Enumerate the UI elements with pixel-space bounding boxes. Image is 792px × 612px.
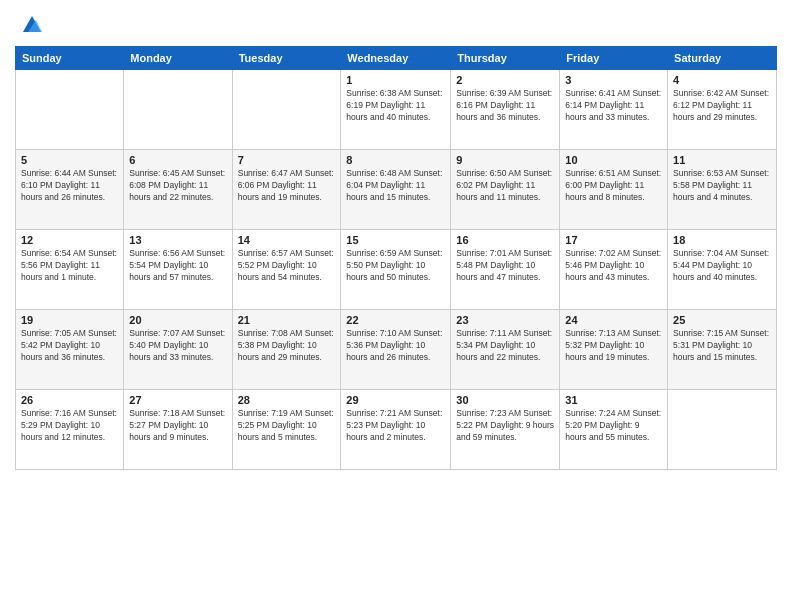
day-cell (232, 70, 341, 150)
col-header-monday: Monday (124, 47, 232, 70)
day-cell: 26Sunrise: 7:16 AM Sunset: 5:29 PM Dayli… (16, 390, 124, 470)
day-info: Sunrise: 6:54 AM Sunset: 5:56 PM Dayligh… (21, 248, 118, 284)
calendar: SundayMondayTuesdayWednesdayThursdayFrid… (15, 46, 777, 470)
day-info: Sunrise: 7:19 AM Sunset: 5:25 PM Dayligh… (238, 408, 336, 444)
day-cell: 8Sunrise: 6:48 AM Sunset: 6:04 PM Daylig… (341, 150, 451, 230)
day-cell: 1Sunrise: 6:38 AM Sunset: 6:19 PM Daylig… (341, 70, 451, 150)
day-cell: 14Sunrise: 6:57 AM Sunset: 5:52 PM Dayli… (232, 230, 341, 310)
day-info: Sunrise: 7:08 AM Sunset: 5:38 PM Dayligh… (238, 328, 336, 364)
day-info: Sunrise: 6:53 AM Sunset: 5:58 PM Dayligh… (673, 168, 771, 204)
day-cell: 17Sunrise: 7:02 AM Sunset: 5:46 PM Dayli… (560, 230, 668, 310)
day-cell: 4Sunrise: 6:42 AM Sunset: 6:12 PM Daylig… (668, 70, 777, 150)
header (15, 10, 777, 38)
logo-icon (18, 10, 46, 38)
day-number: 14 (238, 234, 336, 246)
day-number: 28 (238, 394, 336, 406)
day-info: Sunrise: 7:01 AM Sunset: 5:48 PM Dayligh… (456, 248, 554, 284)
col-header-saturday: Saturday (668, 47, 777, 70)
day-number: 9 (456, 154, 554, 166)
logo (15, 10, 46, 38)
day-number: 13 (129, 234, 226, 246)
day-number: 19 (21, 314, 118, 326)
day-number: 30 (456, 394, 554, 406)
day-cell: 29Sunrise: 7:21 AM Sunset: 5:23 PM Dayli… (341, 390, 451, 470)
day-cell: 7Sunrise: 6:47 AM Sunset: 6:06 PM Daylig… (232, 150, 341, 230)
col-header-sunday: Sunday (16, 47, 124, 70)
header-row: SundayMondayTuesdayWednesdayThursdayFrid… (16, 47, 777, 70)
week-row-0: 1Sunrise: 6:38 AM Sunset: 6:19 PM Daylig… (16, 70, 777, 150)
day-cell: 12Sunrise: 6:54 AM Sunset: 5:56 PM Dayli… (16, 230, 124, 310)
day-info: Sunrise: 6:42 AM Sunset: 6:12 PM Dayligh… (673, 88, 771, 124)
day-info: Sunrise: 7:13 AM Sunset: 5:32 PM Dayligh… (565, 328, 662, 364)
day-info: Sunrise: 7:04 AM Sunset: 5:44 PM Dayligh… (673, 248, 771, 284)
day-number: 3 (565, 74, 662, 86)
day-info: Sunrise: 7:02 AM Sunset: 5:46 PM Dayligh… (565, 248, 662, 284)
day-number: 24 (565, 314, 662, 326)
day-info: Sunrise: 7:16 AM Sunset: 5:29 PM Dayligh… (21, 408, 118, 444)
day-cell: 23Sunrise: 7:11 AM Sunset: 5:34 PM Dayli… (451, 310, 560, 390)
day-cell: 10Sunrise: 6:51 AM Sunset: 6:00 PM Dayli… (560, 150, 668, 230)
day-number: 15 (346, 234, 445, 246)
day-number: 20 (129, 314, 226, 326)
day-cell: 9Sunrise: 6:50 AM Sunset: 6:02 PM Daylig… (451, 150, 560, 230)
day-info: Sunrise: 6:38 AM Sunset: 6:19 PM Dayligh… (346, 88, 445, 124)
day-number: 27 (129, 394, 226, 406)
day-cell: 22Sunrise: 7:10 AM Sunset: 5:36 PM Dayli… (341, 310, 451, 390)
week-row-1: 5Sunrise: 6:44 AM Sunset: 6:10 PM Daylig… (16, 150, 777, 230)
day-info: Sunrise: 6:39 AM Sunset: 6:16 PM Dayligh… (456, 88, 554, 124)
day-number: 6 (129, 154, 226, 166)
day-number: 7 (238, 154, 336, 166)
day-number: 29 (346, 394, 445, 406)
day-cell: 20Sunrise: 7:07 AM Sunset: 5:40 PM Dayli… (124, 310, 232, 390)
day-number: 18 (673, 234, 771, 246)
day-cell: 30Sunrise: 7:23 AM Sunset: 5:22 PM Dayli… (451, 390, 560, 470)
day-info: Sunrise: 6:45 AM Sunset: 6:08 PM Dayligh… (129, 168, 226, 204)
day-cell: 18Sunrise: 7:04 AM Sunset: 5:44 PM Dayli… (668, 230, 777, 310)
day-cell: 15Sunrise: 6:59 AM Sunset: 5:50 PM Dayli… (341, 230, 451, 310)
col-header-thursday: Thursday (451, 47, 560, 70)
day-info: Sunrise: 6:57 AM Sunset: 5:52 PM Dayligh… (238, 248, 336, 284)
day-info: Sunrise: 6:56 AM Sunset: 5:54 PM Dayligh… (129, 248, 226, 284)
day-number: 10 (565, 154, 662, 166)
col-header-wednesday: Wednesday (341, 47, 451, 70)
day-cell: 25Sunrise: 7:15 AM Sunset: 5:31 PM Dayli… (668, 310, 777, 390)
day-number: 12 (21, 234, 118, 246)
day-cell: 6Sunrise: 6:45 AM Sunset: 6:08 PM Daylig… (124, 150, 232, 230)
day-number: 22 (346, 314, 445, 326)
week-row-2: 12Sunrise: 6:54 AM Sunset: 5:56 PM Dayli… (16, 230, 777, 310)
day-number: 25 (673, 314, 771, 326)
day-info: Sunrise: 6:51 AM Sunset: 6:00 PM Dayligh… (565, 168, 662, 204)
day-cell: 2Sunrise: 6:39 AM Sunset: 6:16 PM Daylig… (451, 70, 560, 150)
day-cell: 24Sunrise: 7:13 AM Sunset: 5:32 PM Dayli… (560, 310, 668, 390)
day-cell: 13Sunrise: 6:56 AM Sunset: 5:54 PM Dayli… (124, 230, 232, 310)
day-number: 11 (673, 154, 771, 166)
day-cell: 27Sunrise: 7:18 AM Sunset: 5:27 PM Dayli… (124, 390, 232, 470)
day-info: Sunrise: 7:24 AM Sunset: 5:20 PM Dayligh… (565, 408, 662, 444)
col-header-tuesday: Tuesday (232, 47, 341, 70)
day-number: 17 (565, 234, 662, 246)
day-cell: 31Sunrise: 7:24 AM Sunset: 5:20 PM Dayli… (560, 390, 668, 470)
day-info: Sunrise: 7:05 AM Sunset: 5:42 PM Dayligh… (21, 328, 118, 364)
day-info: Sunrise: 7:18 AM Sunset: 5:27 PM Dayligh… (129, 408, 226, 444)
day-number: 5 (21, 154, 118, 166)
day-number: 1 (346, 74, 445, 86)
day-info: Sunrise: 6:44 AM Sunset: 6:10 PM Dayligh… (21, 168, 118, 204)
day-info: Sunrise: 7:07 AM Sunset: 5:40 PM Dayligh… (129, 328, 226, 364)
day-cell: 11Sunrise: 6:53 AM Sunset: 5:58 PM Dayli… (668, 150, 777, 230)
week-row-3: 19Sunrise: 7:05 AM Sunset: 5:42 PM Dayli… (16, 310, 777, 390)
day-number: 8 (346, 154, 445, 166)
day-info: Sunrise: 6:47 AM Sunset: 6:06 PM Dayligh… (238, 168, 336, 204)
day-number: 4 (673, 74, 771, 86)
col-header-friday: Friday (560, 47, 668, 70)
day-info: Sunrise: 6:48 AM Sunset: 6:04 PM Dayligh… (346, 168, 445, 204)
day-number: 16 (456, 234, 554, 246)
week-row-4: 26Sunrise: 7:16 AM Sunset: 5:29 PM Dayli… (16, 390, 777, 470)
day-info: Sunrise: 7:15 AM Sunset: 5:31 PM Dayligh… (673, 328, 771, 364)
day-number: 2 (456, 74, 554, 86)
page: SundayMondayTuesdayWednesdayThursdayFrid… (0, 0, 792, 612)
day-cell: 16Sunrise: 7:01 AM Sunset: 5:48 PM Dayli… (451, 230, 560, 310)
day-cell (668, 390, 777, 470)
day-info: Sunrise: 7:10 AM Sunset: 5:36 PM Dayligh… (346, 328, 445, 364)
day-cell: 19Sunrise: 7:05 AM Sunset: 5:42 PM Dayli… (16, 310, 124, 390)
day-number: 23 (456, 314, 554, 326)
